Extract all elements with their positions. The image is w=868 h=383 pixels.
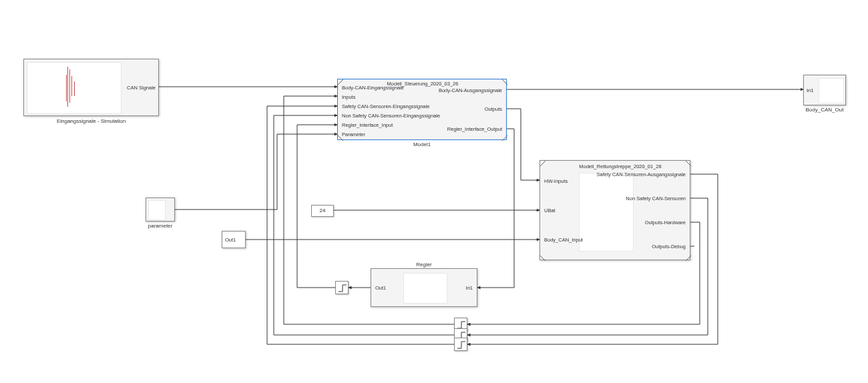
model2-thumb-title: Modell_Rettungstreppe_2020_01_28: [567, 163, 674, 169]
label-body-can-out: Body_CAN_Out: [795, 107, 855, 113]
wires-layer: [0, 0, 868, 383]
block-memory-3[interactable]: [454, 338, 467, 351]
block-out1[interactable]: Out1: [222, 231, 246, 248]
block-constant-24[interactable]: 24: [311, 205, 334, 217]
model1-in-5: Parameter: [342, 131, 365, 137]
model1-in-4: Regler_Interface_Input: [342, 122, 393, 128]
model1-out-0: Body-CAN-Ausgangssignale: [439, 87, 502, 93]
model2-in-2: Body_CAN_Input: [544, 237, 583, 243]
model1-in-3: Non Safety CAN-Sensoren-Eingangssignale: [342, 113, 440, 119]
model2-out-1: Non Safety CAN-Sensoren: [626, 196, 686, 202]
model2-out-0: Safety CAN-Sensoren-Ausgangssignale: [597, 171, 686, 177]
block-model2[interactable]: Modell_Rettungstreppe_2020_01_28 HW-Inpu…: [539, 160, 690, 260]
model1-out-2: Regler_Interface_Output: [447, 126, 502, 132]
label-eingangssignale-simulation: Eingangssignale - Simulation: [23, 118, 159, 124]
block-body-can-out[interactable]: In1: [803, 75, 846, 105]
block-model1[interactable]: Modell_Steuerung_2020_03_26 Body-CAN-Ein…: [337, 79, 507, 140]
block-parameter[interactable]: [146, 198, 175, 222]
regler-out-port: Out1: [375, 285, 386, 291]
model1-in-0: Body-CAN-Eingangssignale: [342, 85, 404, 91]
label-parameter: parameter: [134, 223, 187, 229]
simulink-canvas[interactable]: CAN Signale Eingangssignale - Simulation…: [0, 0, 868, 383]
regler-in-port: In1: [466, 285, 473, 291]
label-out1: Out1: [225, 237, 236, 243]
model1-in-2: Safety CAN-Sensoren-Eingangssignale: [342, 103, 429, 109]
model2-out-3: Outputs-Debug: [652, 244, 686, 250]
model1-in-1: Inputs: [342, 94, 355, 100]
model2-out-2: Outputs-Hardware: [645, 220, 686, 226]
body-can-out-in-port: In1: [807, 87, 813, 93]
block-eingangssignale-simulation[interactable]: CAN Signale: [23, 59, 159, 116]
model1-out-1: Outputs: [485, 106, 502, 112]
model2-in-0: HW-Inputs: [544, 178, 568, 184]
port-can-signale: CAN Signale: [127, 85, 156, 91]
port-ticks: [0, 0, 868, 383]
label-regler: Regler: [371, 262, 477, 268]
constant-value: 24: [320, 208, 326, 214]
label-model1: Model1: [337, 141, 507, 147]
model2-in-1: UBat: [544, 208, 556, 214]
block-regler[interactable]: Out1 In1: [371, 268, 477, 307]
block-memory-0[interactable]: [335, 281, 349, 294]
